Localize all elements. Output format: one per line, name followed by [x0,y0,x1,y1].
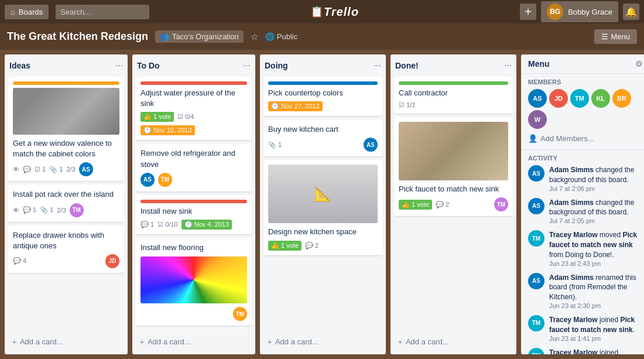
avatar: BG [547,4,563,20]
trello-icon: 📋 [310,5,324,18]
board-content: Ideas ··· Get a new window valence to ma… [0,50,644,359]
meta-checklist: ☑ 1 [35,166,46,173]
activity-text-6: Tracey Marlow joined Remove old refriger… [549,348,643,354]
member-avatar-5[interactable]: BR [612,89,631,108]
card-member-avatar: JD [105,254,119,268]
member-avatar-1[interactable]: AS [528,89,547,108]
card-install-pot-rack[interactable]: Install pot rack over the island 👁 💬 1 📎… [8,184,124,221]
visibility-icon: 🌐 [265,32,275,41]
card-install-new-sink[interactable]: Install new sink 💬 1 ☑ 0/10 🕐 Nov 4, 201… [136,195,252,234]
members-section-title: Members [528,78,643,86]
card-meta: 👁 💬 ☑ 1 📎 1 2/3 AS [13,162,119,176]
activity-avatar-2: AS [528,198,544,214]
card-pick-countertop[interactable]: Pick countertop colors 🕐 Nov 27, 2013 [263,77,382,116]
member-avatar-6[interactable]: W [528,110,547,129]
card-meta: 👍 1 vote 💬 2 [268,241,378,251]
activity-avatar-5: TM [528,315,544,331]
list-ideas-menu-button[interactable]: ··· [115,60,123,71]
list-todo-title: To Do [137,61,160,70]
card-remove-refrigerator[interactable]: Remove old refrigerator and stove AS TM [136,143,252,191]
meta-due-date: 🕐 Nov 4, 2013 [181,220,232,230]
card-title: Install new flooring [141,242,247,253]
card-install-flooring[interactable]: Install new flooring TM [136,238,252,326]
list-todo: To Do ··· Adjust water pressure of the s… [132,54,255,354]
card-title: Replace drawer knobs with antique ones [13,230,119,251]
add-card-button-todo[interactable]: ＋ Add a card... [136,333,252,351]
board-header: The Great Kitchen Redesign 👥 Taco's Orga… [0,23,644,50]
meta-vote: 👍 1 vote [141,112,174,122]
list-done-cards: Call contractor ☑ 1/2 Pick faucet to mat… [394,77,513,330]
menu-header: Menu ⚙ [521,54,644,74]
card-title: Get a new window valence to match the ca… [13,138,119,159]
menu-members-section: Members AS JD TM KL BR W 👤 Add Members..… [521,74,644,149]
activity-text-4: Adam Simms renamed this board (from Remo… [549,273,643,309]
card-meta: 👁 💬 1 📎 1 2/3 TM [13,203,119,217]
card-label-red [141,81,247,85]
meta-vote: 👍 1 vote [399,200,432,210]
card-member-avatar-2: TM [158,173,172,187]
meta-checklist: ☑ 0/4 [177,113,194,121]
person-icon: 👤 [528,134,537,143]
card-meta: 👍 1 vote 💬 2 TM [399,197,508,211]
boards-label: Boards [19,8,43,16]
search-input[interactable] [56,5,149,19]
member-avatar-3[interactable]: TM [570,89,589,108]
menu-icon: ☰ [601,32,608,41]
card-title: Call contractor [399,88,508,98]
card-label-red [141,200,247,203]
card-member-avatar: TM [70,203,84,217]
list-done-menu-button[interactable]: ··· [504,60,512,71]
add-members-button[interactable]: 👤 Add Members... [528,132,594,145]
member-avatar-2[interactable]: JD [549,89,568,108]
add-card-button-done[interactable]: ＋ Add a card... [394,333,513,351]
add-members-label: Add Members... [540,134,594,143]
list-ideas: Ideas ··· Get a new window valence to ma… [5,54,128,354]
card-drawer-knobs[interactable]: Replace drawer knobs with antique ones 💬… [8,225,124,273]
card-buy-kitchen-cart[interactable]: Buy new kitchen cart 📎 1 AS [263,119,382,156]
home-icon: ⌂ [11,8,15,16]
member-avatar-4[interactable]: KL [591,89,610,108]
card-pick-faucet[interactable]: Pick faucet to match new sink 👍 1 vote 💬… [394,117,513,216]
list-todo-cards: Adjust water pressure of the sink 👍 1 vo… [136,77,252,330]
menu-label: Menu [611,32,630,41]
activity-item-2: AS Adam Simms changed the background of … [528,198,643,225]
card-meta: 💬 4 JD [13,254,119,268]
menu-settings-button[interactable]: ⚙ [635,59,643,69]
list-doing-title: Doing [265,61,288,70]
board-visibility[interactable]: 🌐 Public [265,32,297,41]
meta-paperclip: 📎 1 [268,141,282,149]
meta-due-date: 🕐 Nov 10, 2013 [141,125,195,135]
activity-item-1: AS Adam Simms changed the background of … [528,165,643,192]
add-card-button-doing[interactable]: ＋ Add a card... [263,333,382,351]
list-todo-menu-button[interactable]: ··· [243,60,251,71]
notifications-button[interactable]: 🔔 [623,4,639,20]
user-button[interactable]: BG Bobby Grace [541,1,618,22]
meta-comment: 💬 1 [23,206,36,214]
board-title: The Great Kitchen Redesign [7,30,148,43]
org-icon: 👥 [160,32,169,41]
card-design-kitchen-space[interactable]: 📐 Design new kitchen space 👍 1 vote 💬 2 [263,160,382,255]
add-card-button-ideas[interactable]: ＋ Add a card... [8,333,124,351]
card-meta: 🕐 Nov 27, 2013 [268,101,378,111]
meta-comment: 💬 1 [141,221,154,228]
star-button[interactable]: ☆ [251,32,258,42]
list-done: Done! ··· Call contractor ☑ 1/2 Pick fau… [390,54,516,354]
card-adjust-water-pressure[interactable]: Adjust water pressure of the sink 👍 1 vo… [136,77,252,140]
list-doing-menu-button[interactable]: ··· [374,60,381,71]
activity-text-5: Tracey Marlow joined Pick faucet to matc… [549,315,643,342]
boards-button[interactable]: ⌂ Boards [5,5,49,19]
board-org[interactable]: 👥 Taco's Organization [155,30,244,43]
menu-panel: Menu ⚙ Members AS JD TM KL BR W 👤 Add Me… [521,54,644,354]
card-get-window-valence[interactable]: Get a new window valence to match the ca… [8,77,124,181]
activity-section-title: Activity [528,155,643,162]
visibility-label: Public [277,32,297,41]
card-member-avatar: AS [364,138,378,152]
activity-avatar-6: TM [528,348,544,354]
card-call-contractor[interactable]: Call contractor ☑ 1/2 [394,77,513,114]
add-button[interactable]: + [520,4,536,20]
card-title: Install new sink [141,206,247,217]
card-buy-paint[interactable]: Buy paint for cabinets 📎 1 [136,329,252,330]
menu-button[interactable]: ☰ Menu [594,29,637,44]
activity-item-4: AS Adam Simms renamed this board (from R… [528,273,643,309]
list-doing-cards: Pick countertop colors 🕐 Nov 27, 2013 Bu… [263,77,382,330]
